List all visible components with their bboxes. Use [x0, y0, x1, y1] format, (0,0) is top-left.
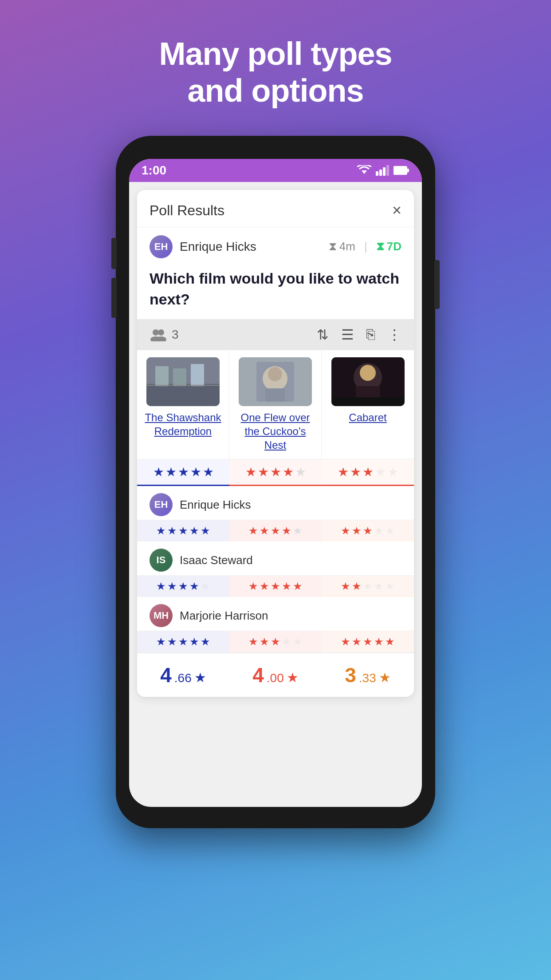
film-thumb-2 — [239, 357, 312, 406]
hourglass-icon: ⧗ — [329, 240, 337, 253]
star: ★ — [260, 580, 269, 593]
voter-name-3: Marjorie Harrison — [180, 609, 268, 623]
voter-section-2: IS Isaac Steward ★ ★ ★ ★ — [137, 541, 414, 597]
svg-rect-2 — [379, 170, 382, 176]
status-bar: 1:00 — [129, 159, 422, 182]
v1-stars-2: ★ ★ ★ ★ ★ — [248, 525, 303, 537]
film-title-3: Cabaret — [349, 411, 386, 424]
svg-rect-6 — [407, 169, 409, 172]
star: ★ — [189, 580, 199, 593]
voter-stars-1-3: ★ ★ ★ ★ ★ — [322, 520, 414, 541]
svg-marker-0 — [362, 170, 367, 174]
svg-rect-5 — [394, 166, 407, 174]
star: ★ — [153, 465, 164, 479]
avg-stars-1: ★ ★ ★ ★ ★ — [153, 465, 214, 479]
modal-title: Poll Results — [150, 202, 224, 219]
star: ★ — [201, 525, 210, 537]
star-empty: ★ — [385, 525, 395, 537]
phone-shell: 1:00 — [116, 136, 435, 828]
film-cell-1: The Shawshank Redemption — [137, 350, 229, 459]
star: ★ — [248, 580, 258, 593]
star: ★ — [352, 525, 362, 537]
star: ★ — [341, 636, 350, 648]
svg-rect-26 — [331, 397, 405, 406]
headline-line2: and options — [188, 73, 364, 108]
star: ★ — [271, 636, 280, 648]
avatar-image: EH — [150, 235, 173, 258]
film-thumb-1 — [146, 357, 220, 406]
list-icon[interactable]: ☰ — [341, 326, 354, 343]
star: ★ — [156, 525, 166, 537]
voter-avatar-img-3: MH — [150, 604, 173, 627]
avg-stars-cell-3: ★ ★ ★ ★ ★ — [322, 459, 414, 486]
status-icons — [357, 165, 409, 176]
star-empty: ★ — [293, 636, 303, 648]
svg-rect-3 — [383, 167, 386, 176]
voter-header-3: MH Marjorie Harrison — [137, 597, 414, 631]
star: ★ — [293, 580, 303, 593]
star: ★ — [189, 636, 199, 648]
total-num-1: 4 — [160, 663, 172, 687]
star-empty: ★ — [375, 465, 386, 479]
star: ★ — [201, 636, 210, 648]
shawshank-scene — [146, 357, 220, 406]
voter-avatar-3: MH — [150, 604, 173, 627]
total-cell-3: 3 .33 ★ — [322, 658, 414, 692]
svg-point-7 — [153, 329, 159, 336]
cuckoo-scene — [239, 357, 312, 406]
voter-stars-row-3: ★ ★ ★ ★ ★ ★ ★ — [137, 631, 414, 652]
avg-stars-2: ★ ★ ★ ★ ★ — [245, 465, 306, 479]
total-sub-2: .00 — [267, 671, 284, 685]
voter-count-value: 3 — [172, 328, 179, 342]
volume-down-button — [111, 278, 117, 318]
voter-stars-2-3: ★ ★ ★ ★ ★ — [322, 576, 414, 597]
star-empty: ★ — [374, 580, 384, 593]
voters-icon — [150, 328, 167, 341]
star-empty: ★ — [363, 580, 373, 593]
film-cell-2: One Flew over the Cuckoo's Nest — [229, 350, 322, 459]
voter-header-1: EH Enrique Hicks — [137, 486, 414, 520]
star: ★ — [245, 465, 256, 479]
total-sub-1: .66 — [174, 671, 192, 685]
star: ★ — [156, 580, 166, 593]
power-button — [434, 260, 440, 309]
poster-avatar: EH — [150, 235, 173, 258]
close-button[interactable]: × — [392, 202, 401, 218]
star: ★ — [341, 580, 350, 593]
film-title-2: One Flew over the Cuckoo's Nest — [234, 411, 317, 452]
poster-name: Enrique Hicks — [180, 240, 256, 254]
voter-stars-1-2: ★ ★ ★ ★ ★ — [229, 520, 322, 541]
share-icon[interactable]: ⎘ — [366, 326, 375, 343]
star: ★ — [271, 525, 280, 537]
avg-stars-row: ★ ★ ★ ★ ★ ★ ★ ★ — [137, 459, 414, 486]
voter-stars-2-2: ★ ★ ★ ★ ★ — [229, 576, 322, 597]
volume-up-button — [111, 238, 117, 269]
phone-screen: 1:00 — [129, 159, 422, 807]
total-star-2: ★ — [287, 670, 299, 685]
total-cell-1: 4 .66 ★ — [137, 658, 229, 692]
star: ★ — [260, 636, 269, 648]
toolbar-icons: ⇅ ☰ ⎘ ⋮ — [317, 326, 401, 343]
svg-point-24 — [360, 365, 376, 381]
total-sub-3: .33 — [359, 671, 376, 685]
headline-line1: Many poll types — [159, 36, 392, 71]
v3-stars-2: ★ ★ ★ ★ ★ — [248, 636, 303, 648]
voter-stars-3-2: ★ ★ ★ ★ ★ — [229, 631, 322, 652]
v3-stars-1: ★ ★ ★ ★ ★ — [156, 636, 210, 648]
voter-avatar-2: IS — [150, 549, 173, 572]
more-icon[interactable]: ⋮ — [387, 326, 401, 343]
star: ★ — [165, 465, 177, 479]
star: ★ — [167, 636, 177, 648]
voter-stars-row-1: ★ ★ ★ ★ ★ ★ ★ — [137, 520, 414, 541]
poll-results-modal: Poll Results × EH Enrique Hicks ⧗ 4m — [137, 190, 414, 697]
sort-icon[interactable]: ⇅ — [317, 326, 329, 343]
user-row: EH Enrique Hicks ⧗ 4m | ⧗ 7D — [137, 227, 414, 264]
svg-rect-15 — [191, 364, 204, 386]
star: ★ — [178, 580, 188, 593]
total-cell-2: 4 .00 ★ — [229, 658, 322, 692]
svg-rect-4 — [386, 165, 389, 176]
voter-stars-3-1: ★ ★ ★ ★ ★ — [137, 631, 229, 652]
v1-stars-3: ★ ★ ★ ★ ★ — [341, 525, 395, 537]
svg-rect-1 — [376, 171, 378, 176]
time-ago-value: 4m — [339, 240, 355, 253]
